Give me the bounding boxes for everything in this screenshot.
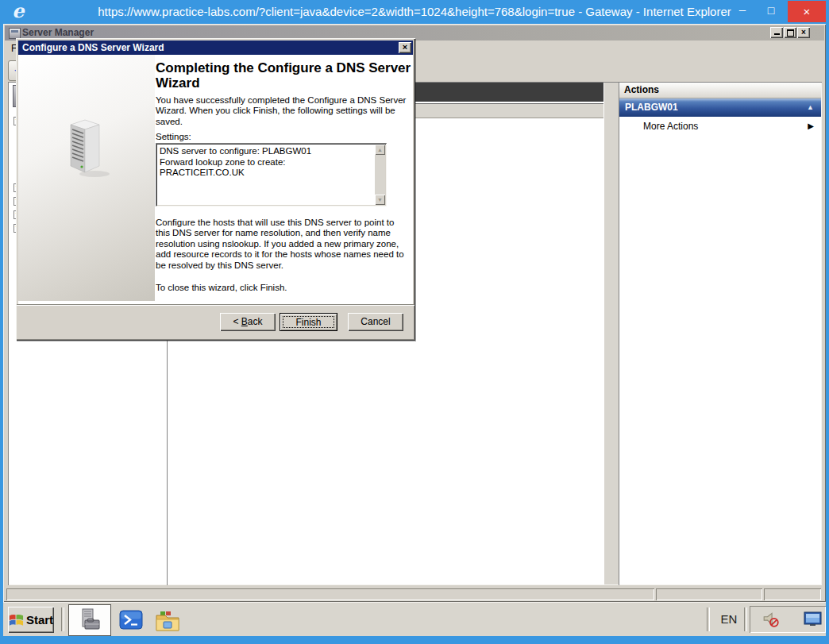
ie-window: e https://www.practice-labs.com/?client=… <box>0 0 829 644</box>
back-rest: ack <box>248 316 263 327</box>
settings-scrollbar[interactable]: ▲ ▼ <box>375 145 385 205</box>
powershell-icon <box>119 609 143 631</box>
settings-box[interactable]: DNS server to configure: PLABGW01 Forwar… <box>156 143 387 206</box>
scroll-down-icon[interactable]: ▼ <box>375 195 385 205</box>
collapse-chevron-icon[interactable]: ▲ <box>807 98 814 117</box>
settings-line-dns-server: DNS server to configure: PLABGW01 <box>160 146 372 157</box>
taskbar-server-manager-button[interactable] <box>68 604 111 636</box>
finish-button[interactable]: Finish <box>280 313 337 331</box>
system-tray <box>750 606 826 633</box>
window-minimize-button[interactable] <box>770 27 783 38</box>
taskbar-separator <box>707 607 710 631</box>
browser-title: https://www.practice-labs.com/?client=ja… <box>95 0 734 24</box>
wizard-body-text: Configure the hosts that will use this D… <box>156 218 408 271</box>
browser-maximize-button[interactable]: □ <box>759 0 783 22</box>
dns-wizard-dialog: Configure a DNS Server Wizard × <box>16 38 415 341</box>
window-close-button[interactable]: × <box>797 27 810 38</box>
more-actions-label: More Actions <box>643 121 698 132</box>
taskbar-separator <box>61 607 64 631</box>
window-restore-button[interactable] <box>784 27 796 38</box>
taskbar: Start <box>3 602 826 636</box>
status-bar-segment <box>6 588 654 600</box>
wizard-watermark-pane <box>18 55 155 301</box>
dialog-close-button[interactable]: × <box>399 42 411 53</box>
cancel-button[interactable]: Cancel <box>348 313 403 331</box>
browser-titlebar: e https://www.practice-labs.com/?client=… <box>0 0 829 24</box>
start-label: Start <box>26 613 53 627</box>
footer-separator <box>17 304 414 306</box>
status-bar-segment <box>656 588 762 600</box>
actions-header: Actions <box>619 83 821 98</box>
scroll-up-icon[interactable]: ▲ <box>375 145 385 155</box>
server-manager-icon <box>9 28 21 39</box>
ie-logo-icon: e <box>8 1 29 21</box>
back-accel: B <box>241 316 248 327</box>
dialog-titlebar[interactable]: Configure a DNS Server Wizard × <box>18 40 413 55</box>
start-button[interactable]: Start <box>8 607 54 633</box>
submenu-arrow-icon: ▶ <box>808 118 814 135</box>
language-indicator[interactable]: EN <box>716 608 742 631</box>
back-label: < <box>233 316 241 327</box>
more-actions-item[interactable]: More Actions ▶ <box>619 118 821 135</box>
wizard-heading: Completing the Configure a DNS Server Wi… <box>156 60 411 91</box>
browser-close-button[interactable]: × <box>788 1 826 22</box>
folder-icon <box>154 609 181 633</box>
dialog-title: Configure a DNS Server Wizard <box>22 42 164 53</box>
network-monitor-icon[interactable] <box>804 611 823 627</box>
server-manager-taskbar-icon <box>77 607 102 633</box>
minimize-icon <box>774 33 780 35</box>
settings-line-forward-zone: Forward lookup zone to create: PRACTICEI… <box>160 157 372 179</box>
actions-group-title: PLABGW01 <box>625 102 678 113</box>
wizard-closing-text: To close this wizard, click Finish. <box>156 283 408 293</box>
volume-muted-icon[interactable] <box>762 611 780 628</box>
taskbar-separator <box>744 607 747 631</box>
wizard-intro-text: You have successfully completed the Conf… <box>156 95 408 127</box>
server-manager-title: Server Manager <box>22 27 94 38</box>
browser-minimize-button[interactable]: – <box>731 0 754 22</box>
actions-pane: Actions PLABGW01 ▲ More Actions ▶ <box>619 82 822 585</box>
taskbar-powershell-button[interactable] <box>119 609 143 631</box>
taskbar-explorer-button[interactable] <box>154 609 181 633</box>
actions-group-plabgw01[interactable]: PLABGW01 ▲ <box>619 98 821 117</box>
server-tower-icon <box>63 117 112 180</box>
restore-icon <box>787 29 794 37</box>
vertical-scrollbar[interactable] <box>603 83 619 584</box>
windows-flag-icon <box>9 613 24 627</box>
status-bar-segment <box>764 588 821 600</box>
back-wizard-button[interactable]: < Back <box>220 313 276 331</box>
settings-label: Settings: <box>156 132 408 142</box>
